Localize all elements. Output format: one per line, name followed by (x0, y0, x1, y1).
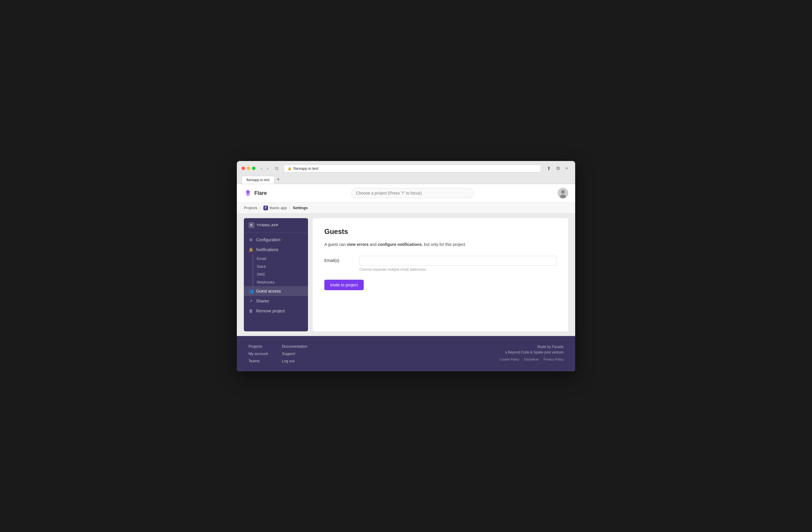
sidebar-project-header: F TITANIC.APP (244, 218, 308, 232)
breadcrumb-projects[interactable]: Projects (244, 206, 258, 210)
email-input[interactable] (359, 256, 556, 266)
logo-area: Flare (244, 189, 267, 197)
sidebar-project-icon: F (248, 222, 254, 228)
main-layout: F TITANIC.APP ⚙ Configuration 🔔 Notifica… (237, 214, 575, 336)
email-hint: Comma-separate multiple email addresses. (359, 268, 556, 272)
trash-icon: 🗑 (248, 308, 253, 313)
sidebar-subitem-slack[interactable]: Slack (252, 262, 308, 270)
footer: Projects My account Teams Documentation … (237, 336, 575, 371)
minimize-button[interactable] (247, 167, 250, 170)
footer-privacy-policy[interactable]: Privacy Policy (544, 358, 564, 361)
footer-legal: Cookie Policy Disclaimer Privacy Policy (500, 358, 564, 361)
forward-button[interactable]: › (265, 165, 270, 172)
sidebar-toggle-button[interactable]: ⊡ (273, 165, 280, 172)
sidebar-subitem-webhooks[interactable]: Webhooks (252, 278, 308, 286)
breadcrumb-sep-1: › (260, 206, 261, 210)
sidebar: F TITANIC.APP ⚙ Configuration 🔔 Notifica… (244, 218, 308, 331)
guest-icon: 👥 (248, 289, 253, 293)
footer-col-2: Documentation Support Log out (282, 344, 307, 363)
project-search-input[interactable] (351, 188, 474, 198)
breadcrumb: Projects › F titanic.app › Settings (237, 203, 575, 214)
footer-links-group: Projects My account Teams Documentation … (248, 344, 307, 363)
tab-label: flareapp.io.test (246, 178, 270, 182)
sidebar-item-label-remove-project: Remove project (256, 308, 285, 313)
email-form-row: Email(s) Comma-separate multiple email a… (324, 256, 556, 272)
footer-link-documentation[interactable]: Documentation (282, 344, 307, 348)
email-label: Email(s) (324, 256, 353, 263)
share-button[interactable]: ⬆ (545, 164, 553, 172)
url-text: flareapp.io.test (293, 166, 318, 171)
email-field-group: Comma-separate multiple email addresses. (359, 256, 556, 272)
app-nav: Flare (237, 184, 575, 203)
footer-credits-text: Made by Facade a Beyond Code & Spatie jo… (500, 344, 564, 355)
footer-col-1: Projects My account Teams (248, 344, 268, 363)
sidebar-item-label-guest-access: Guest access (256, 289, 281, 293)
page-description: A guest can view errors and configure no… (324, 242, 556, 248)
share-icon: ↗ (248, 299, 253, 303)
footer-link-projects[interactable]: Projects (248, 344, 268, 348)
sidebar-item-shares[interactable]: ↗ Shares (244, 296, 308, 306)
sidebar-item-notifications[interactable]: 🔔 Notifications (244, 245, 308, 255)
nav-buttons: ‹ › (259, 165, 270, 172)
sidebar-nav: ⚙ Configuration 🔔 Notifications Email Sl… (244, 232, 308, 318)
browser-window: ‹ › ⊡ 🔒 flareapp.io.test ⬆ ⧉ + flareapp.… (237, 161, 575, 371)
footer-cookie-policy[interactable]: Cookie Policy (500, 358, 520, 361)
new-tab-add-button[interactable]: + (274, 175, 282, 184)
footer-link-my-account[interactable]: My account (248, 351, 268, 356)
svg-point-3 (561, 190, 565, 194)
maximize-button[interactable] (252, 167, 256, 170)
invite-to-project-button[interactable]: Invite to project (324, 280, 364, 290)
breadcrumb-current: Settings (293, 206, 308, 210)
page-title: Guests (324, 228, 556, 236)
sidebar-item-label-shares: Shares (256, 299, 269, 303)
footer-link-support[interactable]: Support (282, 351, 307, 356)
sidebar-item-label-configuration: Configuration (256, 238, 280, 242)
footer-disclaimer[interactable]: Disclaimer (524, 358, 539, 361)
gear-icon: ⚙ (248, 238, 253, 242)
sidebar-item-configuration[interactable]: ⚙ Configuration (244, 235, 308, 245)
browser-chrome: ‹ › ⊡ 🔒 flareapp.io.test ⬆ ⧉ + flareapp.… (237, 161, 575, 184)
back-button[interactable]: ‹ (259, 165, 264, 172)
new-tab-button[interactable]: ⧉ (554, 164, 562, 172)
flare-logo-icon (244, 189, 252, 197)
breadcrumb-project-name[interactable]: titanic.app (270, 206, 287, 210)
sidebar-subitem-sms[interactable]: SMS (252, 270, 308, 278)
sidebar-item-remove-project[interactable]: 🗑 Remove project (244, 306, 308, 316)
main-content: Guests A guest can view errors and confi… (313, 218, 568, 331)
footer-link-teams[interactable]: Teams (248, 359, 268, 363)
breadcrumb-project: F titanic.app (263, 206, 287, 210)
logo-text: Flare (254, 190, 267, 196)
footer-credits: Made by Facade a Beyond Code & Spatie jo… (500, 344, 564, 361)
more-button[interactable]: + (563, 164, 570, 172)
sidebar-subitem-email[interactable]: Email (252, 255, 308, 262)
sidebar-item-label-notifications: Notifications (256, 247, 278, 252)
close-button[interactable] (242, 167, 245, 170)
lock-icon: 🔒 (288, 167, 292, 170)
sidebar-project-name: TITANIC.APP (257, 224, 278, 227)
active-tab[interactable]: flareapp.io.test (242, 176, 274, 184)
project-icon-small: F (263, 206, 268, 210)
footer-link-log-out[interactable]: Log out (282, 359, 307, 363)
project-search (351, 188, 474, 198)
sidebar-subitems-notifications: Email Slack SMS Webhooks (244, 255, 308, 286)
traffic-lights (242, 167, 256, 170)
breadcrumb-sep-2: › (289, 206, 290, 210)
user-avatar[interactable] (558, 188, 568, 198)
address-bar[interactable]: 🔒 flareapp.io.test (284, 164, 541, 172)
app-content: Flare Projects › F titanic.app › Se (237, 184, 575, 371)
bell-icon: 🔔 (248, 247, 253, 252)
sidebar-item-guest-access[interactable]: 👥 Guest access (244, 286, 308, 296)
